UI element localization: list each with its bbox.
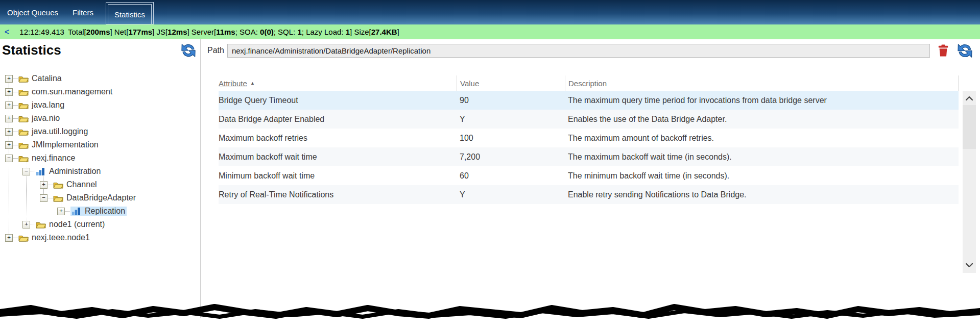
refresh-icon — [180, 53, 197, 60]
tree-item-label: nexj.finance — [32, 154, 75, 163]
value-cell: Y — [457, 190, 565, 199]
statistics-detail-panel: Path Attribute ▲ Value Description Bridg… — [201, 39, 980, 331]
collapse-toggle-icon[interactable]: − — [22, 168, 30, 175]
table-refresh-button[interactable] — [957, 42, 973, 59]
column-header-attribute[interactable]: Attribute ▲ — [219, 75, 457, 91]
tree-item-catalina[interactable]: + Catalina — [0, 72, 200, 85]
folder-icon — [18, 154, 29, 163]
tree-item-label: Catalina — [32, 74, 62, 83]
tree-item-java-util-logging[interactable]: + java.util.logging — [0, 125, 200, 138]
tab-filters[interactable]: Filters — [73, 8, 93, 17]
description-cell: The maximum amount of backoff retries. — [565, 134, 959, 143]
tree-item-nexj-finance[interactable]: − nexj.finance — [0, 151, 200, 165]
tree-item-java-lang[interactable]: + java.lang — [0, 98, 200, 112]
tab-statistics[interactable]: Statistics — [106, 2, 154, 24]
expand-toggle-icon[interactable]: + — [5, 115, 13, 122]
tab-statistics-label: Statistics — [114, 10, 145, 19]
tree-refresh-button[interactable] — [180, 42, 197, 59]
status-timestamp: 12:12:49.413 — [19, 28, 64, 36]
tree-item-databridgeadapter[interactable]: − DataBridgeAdapter — [0, 191, 200, 205]
value-cell: 60 — [457, 171, 565, 181]
expand-toggle-icon[interactable]: + — [5, 128, 13, 136]
chart-icon — [36, 167, 46, 176]
panel-title: Statistics — [2, 42, 61, 58]
expand-toggle-icon[interactable]: + — [5, 88, 13, 96]
table-row[interactable]: Minimum backoff wait time 60 The minimum… — [219, 166, 959, 185]
folder-icon — [53, 194, 63, 202]
expand-toggle-icon[interactable]: + — [57, 208, 65, 215]
scroll-down-icon[interactable] — [963, 259, 976, 272]
collapse-toggle-icon[interactable]: − — [5, 155, 13, 162]
attribute-cell: Bridge Query Timeout — [219, 96, 457, 105]
refresh-icon — [957, 53, 973, 61]
expand-toggle-icon[interactable]: + — [5, 141, 13, 149]
collapse-toggle-icon[interactable]: − — [40, 194, 47, 202]
value-cell: Y — [457, 115, 565, 124]
expand-toggle-icon[interactable]: + — [5, 75, 13, 83]
attribute-cell: Retry of Real-Time Notifications — [219, 190, 457, 199]
column-header-value[interactable]: Value — [457, 75, 565, 91]
statistics-tree-panel: Statistics + Catalina + com.sun.manageme… — [0, 39, 201, 331]
selected-tree-item: Replication — [70, 207, 127, 216]
table-row[interactable]: Retry of Real-Time Notifications Y Enabl… — [219, 185, 959, 204]
table-row[interactable]: Data Bridge Adapter Enabled Y Enables th… — [219, 110, 959, 129]
value-cell: 90 — [457, 96, 565, 105]
path-row: Path — [207, 43, 973, 58]
table-scrollbar[interactable] — [963, 91, 976, 273]
tree-item-com-sun-management[interactable]: + com.sun.management — [0, 85, 200, 98]
attribute-table: Attribute ▲ Value Description Bridge Que… — [219, 75, 959, 204]
tree-item-label: Channel — [66, 180, 97, 189]
tree-item-java-nio[interactable]: + java.nio — [0, 112, 200, 125]
tree-item-label: java.util.logging — [32, 127, 88, 136]
statistics-tree: + Catalina + com.sun.management + java.l… — [0, 72, 200, 244]
tree-item-label: DataBridgeAdapter — [66, 193, 136, 202]
back-icon[interactable]: < — [5, 28, 9, 37]
tree-item-label: nexj.teee.node1 — [32, 233, 90, 242]
tree-item-label: com.sun.management — [32, 87, 112, 96]
description-cell: The maximum backoff wait time (in second… — [565, 152, 959, 162]
scroll-up-icon[interactable] — [963, 92, 976, 105]
expand-toggle-icon[interactable]: + — [22, 221, 30, 228]
trash-icon — [938, 50, 948, 58]
column-header-description[interactable]: Description — [565, 75, 959, 91]
description-cell: Enables the use of the Data Bridge Adapt… — [565, 115, 959, 124]
sort-asc-icon: ▲ — [250, 81, 255, 86]
folder-icon — [18, 101, 29, 110]
folder-icon — [18, 234, 29, 242]
path-input[interactable] — [227, 44, 930, 58]
folder-icon — [36, 220, 46, 229]
folder-icon — [18, 114, 29, 123]
delete-button[interactable] — [938, 44, 948, 57]
table-row[interactable]: Maximum backoff wait time 7,200 The maxi… — [219, 147, 959, 166]
path-label: Path — [207, 46, 224, 55]
expand-toggle-icon[interactable]: + — [5, 101, 13, 109]
tree-item-replication-selected[interactable]: + Replication — [0, 205, 200, 218]
attribute-cell: Maximum backoff retries — [219, 134, 457, 143]
tree-item-label: Replication — [85, 207, 127, 216]
expand-toggle-icon[interactable]: + — [40, 181, 47, 189]
description-cell: The maximum query time period for invoca… — [565, 96, 959, 105]
tree-item-channel[interactable]: + Channel — [0, 178, 200, 191]
status-bar: < 12:12:49.413 Total[200ms] Net[177ms] J… — [0, 24, 980, 39]
tree-item-administration[interactable]: − Administration — [0, 165, 200, 178]
attribute-cell: Maximum backoff wait time — [219, 152, 457, 162]
tree-item-label: node1 (current) — [49, 220, 105, 229]
folder-icon — [53, 181, 63, 189]
scrollbar-thumb[interactable] — [963, 105, 976, 149]
table-header-row: Attribute ▲ Value Description — [219, 75, 959, 91]
value-cell: 100 — [457, 134, 565, 143]
table-row[interactable]: Bridge Query Timeout 90 The maximum quer… — [219, 91, 959, 110]
attribute-cell: Data Bridge Adapter Enabled — [219, 115, 457, 124]
table-row[interactable]: Maximum backoff retries 100 The maximum … — [219, 129, 959, 147]
description-cell: Enable retry sending Notifications to Da… — [565, 190, 959, 199]
tab-object-queues[interactable]: Object Queues — [7, 8, 58, 17]
tree-item-label: java.lang — [32, 100, 64, 110]
status-text: Total[200ms] Net[177ms] JS[12ms] Server[… — [68, 28, 399, 36]
tree-item-node1-current[interactable]: + node1 (current) — [0, 218, 200, 231]
description-cell: The minimum backoff wait time (in second… — [565, 171, 959, 181]
expand-toggle-icon[interactable]: + — [5, 234, 13, 242]
tree-item-jmimplementation[interactable]: + JMImplementation — [0, 138, 200, 151]
tree-item-label: java.nio — [32, 114, 60, 123]
tree-item-label: Administration — [49, 167, 101, 176]
tree-item-nexj-teee-node1[interactable]: + nexj.teee.node1 — [0, 231, 200, 244]
